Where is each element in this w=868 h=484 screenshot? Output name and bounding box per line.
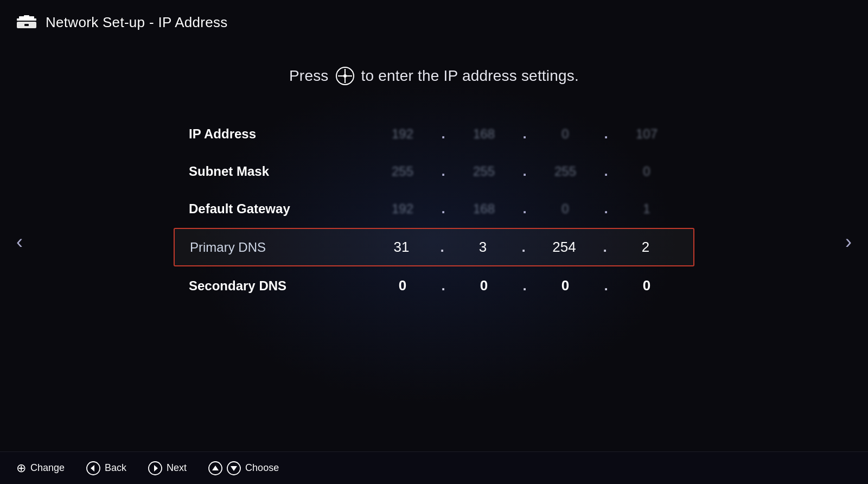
change-icon: ⊕ xyxy=(16,461,26,475)
row-default-gateway[interactable]: Default Gateway 192 . 168 . 0 . 1 xyxy=(174,190,694,227)
svg-marker-14 xyxy=(212,466,219,470)
subnet-octet-4: 0 xyxy=(614,164,679,179)
page-title: Network Set-up - IP Address xyxy=(46,14,228,31)
header-icon xyxy=(16,12,37,33)
back-label: Back xyxy=(105,462,126,474)
header: Network Set-up - IP Address xyxy=(0,0,868,44)
row-secondary-dns[interactable]: Secondary DNS 0 . 0 . 0 . 0 xyxy=(174,268,694,304)
secondary-dns-octet-1: 0 xyxy=(370,277,435,294)
gateway-octet-4: 1 xyxy=(614,201,679,216)
row-ip-address[interactable]: IP Address 192 . 168 . 0 . 107 xyxy=(174,116,694,152)
secondary-dns-values: 0 . 0 . 0 . 0 xyxy=(341,277,679,294)
secondary-dns-octet-2: 0 xyxy=(451,277,516,294)
row-subnet-mask[interactable]: Subnet Mask 255 . 255 . 255 . 0 xyxy=(174,153,694,189)
subnet-octet-3: 255 xyxy=(533,164,598,179)
next-button[interactable]: Next xyxy=(148,461,187,475)
gateway-octet-1: 192 xyxy=(370,201,435,216)
main-content: Press to enter the IP address settings. … xyxy=(0,44,868,305)
svg-point-8 xyxy=(343,74,347,78)
choose-down-icon xyxy=(227,461,241,475)
label-ip-address: IP Address xyxy=(189,126,341,142)
primary-dns-octet-1: 31 xyxy=(369,239,434,256)
svg-rect-0 xyxy=(17,18,36,21)
back-button[interactable]: Back xyxy=(86,461,126,475)
instruction-text: Press to enter the IP address settings. xyxy=(289,66,579,86)
primary-dns-octet-2: 3 xyxy=(450,239,515,256)
secondary-dns-octet-3: 0 xyxy=(533,277,598,294)
label-secondary-dns: Secondary DNS xyxy=(189,278,341,294)
svg-marker-16 xyxy=(231,466,237,471)
svg-marker-12 xyxy=(154,465,158,472)
bottom-bar: ⊕ Change Back Next xyxy=(0,451,868,484)
primary-dns-octet-3: 254 xyxy=(532,239,597,256)
secondary-dns-octet-4: 0 xyxy=(614,277,679,294)
label-subnet-mask: Subnet Mask xyxy=(189,164,341,179)
change-button[interactable]: ⊕ Change xyxy=(16,461,65,475)
subnet-octet-2: 255 xyxy=(451,164,516,179)
instruction-prefix: Press xyxy=(289,67,329,85)
ip-octet-1: 192 xyxy=(370,126,435,142)
back-icon xyxy=(86,461,100,475)
gateway-octet-2: 168 xyxy=(451,201,516,216)
ip-octet-4: 107 xyxy=(614,126,679,142)
gateway-values: 192 . 168 . 0 . 1 xyxy=(341,200,679,217)
ip-octet-2: 168 xyxy=(451,126,516,142)
settings-table: IP Address 192 . 168 . 0 . 107 Subnet Ma… xyxy=(174,116,694,305)
choose-buttons[interactable]: Choose xyxy=(208,461,279,475)
change-label: Change xyxy=(30,462,65,474)
ip-address-values: 192 . 168 . 0 . 107 xyxy=(341,125,679,142)
nav-arrow-right[interactable]: › xyxy=(834,220,863,264)
primary-dns-octet-4: 2 xyxy=(613,239,678,256)
label-default-gateway: Default Gateway xyxy=(189,201,341,216)
next-icon xyxy=(148,461,162,475)
dpad-icon xyxy=(335,66,355,86)
subnet-octet-1: 255 xyxy=(370,164,435,179)
svg-rect-3 xyxy=(24,15,29,18)
subnet-mask-values: 255 . 255 . 255 . 0 xyxy=(341,163,679,180)
row-primary-dns[interactable]: Primary DNS 31 . 3 . 254 . 2 xyxy=(174,228,694,266)
instruction-suffix: to enter the IP address settings. xyxy=(361,67,579,85)
svg-rect-4 xyxy=(24,24,29,26)
label-primary-dns: Primary DNS xyxy=(190,240,342,255)
svg-marker-10 xyxy=(91,465,94,472)
ip-octet-3: 0 xyxy=(533,126,598,142)
nav-arrow-left[interactable]: ‹ xyxy=(5,220,34,264)
choose-up-icon xyxy=(208,461,222,475)
choose-label: Choose xyxy=(245,462,279,474)
primary-dns-values: 31 . 3 . 254 . 2 xyxy=(342,239,678,256)
next-label: Next xyxy=(167,462,187,474)
gateway-octet-3: 0 xyxy=(533,201,598,216)
